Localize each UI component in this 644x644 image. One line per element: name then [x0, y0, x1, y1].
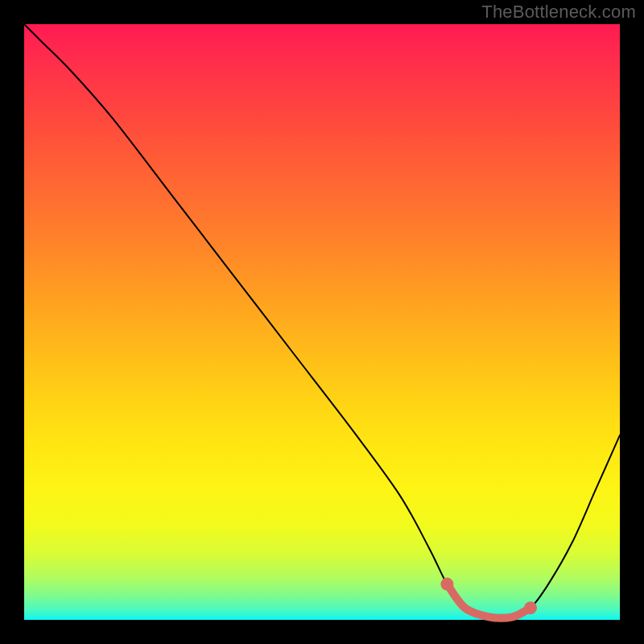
bottleneck-highlight	[447, 584, 530, 618]
plot-area	[24, 24, 620, 620]
bottleneck-curve	[24, 24, 620, 618]
chart-frame: TheBottleneck.com	[0, 0, 644, 644]
highlight-dot-end	[524, 601, 537, 614]
curve-layer	[24, 24, 620, 620]
watermark-text: TheBottleneck.com	[481, 2, 636, 23]
highlight-dot-start	[440, 578, 453, 591]
